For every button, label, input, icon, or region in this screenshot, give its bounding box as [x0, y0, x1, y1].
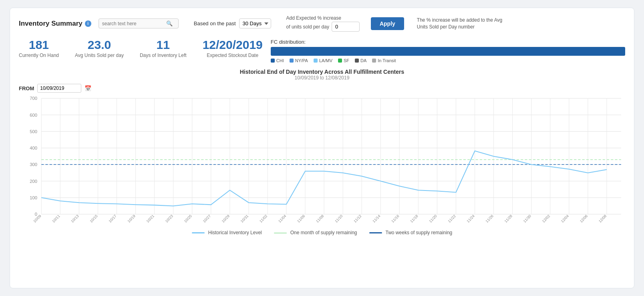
metric-days-left: 11 Days of Inventory Left: [140, 39, 187, 58]
svg-text:10/23: 10/23: [165, 214, 174, 224]
stockout-date-label: Expected Stockout Date: [207, 53, 258, 58]
lamv-dot: [314, 59, 318, 63]
nypa-label: NY/PA: [295, 58, 308, 63]
header-row: Inventory Summary i 🔍 Based on the past …: [19, 15, 625, 32]
svg-text:700: 700: [30, 96, 37, 101]
intransit-dot: [372, 59, 376, 63]
svg-text:11/22: 11/22: [447, 214, 457, 224]
svg-text:10/25: 10/25: [183, 214, 193, 224]
intransit-label: In Transit: [378, 58, 396, 63]
svg-text:12/04: 12/04: [560, 214, 570, 224]
days-left-value: 11: [157, 39, 170, 51]
fc-legend: CHI NY/PA LA/MV SF DA: [271, 58, 625, 63]
svg-text:100: 100: [30, 195, 37, 200]
svg-text:11/14: 11/14: [372, 214, 381, 224]
svg-text:10/27: 10/27: [202, 214, 211, 224]
nypa-dot: [290, 59, 294, 63]
chart-title: Historical End of Day Inventory Across A…: [19, 69, 625, 75]
from-label: FROM: [19, 85, 34, 91]
svg-text:12/02: 12/02: [541, 214, 551, 224]
svg-text:12/06: 12/06: [579, 214, 588, 224]
info-icon[interactable]: i: [85, 20, 91, 27]
svg-text:11/26: 11/26: [485, 214, 494, 224]
metric-avg-units: 23.0 Avg Units Sold per day: [75, 39, 124, 58]
svg-text:11/16: 11/16: [390, 214, 400, 224]
from-date-input[interactable]: [37, 84, 81, 93]
stockout-date-value: 12/20/2019: [203, 39, 263, 51]
legend-da: DA: [355, 58, 366, 63]
svg-text:10/29: 10/29: [221, 214, 230, 224]
one-month-label: One month of supply remaining: [290, 230, 357, 235]
avg-units-label: Avg Units Sold per day: [75, 53, 124, 58]
legend-two-weeks: Two weeks of supply remaining: [369, 230, 453, 235]
svg-text:10/15: 10/15: [89, 214, 99, 224]
svg-text:10/21: 10/21: [146, 214, 155, 224]
metric-on-hand: 181 Currently On Hand: [19, 39, 59, 58]
svg-text:11/10: 11/10: [334, 214, 343, 224]
calendar-icon[interactable]: 📅: [85, 85, 91, 91]
svg-text:10/11: 10/11: [51, 214, 60, 224]
svg-text:11/04: 11/04: [278, 214, 287, 224]
legend-one-month: One month of supply remaining: [274, 230, 357, 235]
chart-controls: FROM 📅: [19, 84, 625, 93]
metrics-row: 181 Currently On Hand 23.0 Avg Units Sol…: [19, 39, 263, 58]
inventory-summary-card: Inventory Summary i 🔍 Based on the past …: [10, 8, 634, 288]
chart-svg: .grid-line { stroke: #e0e0e0; stroke-wid…: [19, 94, 625, 227]
two-weeks-line-icon: [369, 232, 382, 233]
svg-text:11/08: 11/08: [315, 214, 324, 224]
fc-distribution-label: FC distribution:: [271, 39, 625, 45]
percent-input[interactable]: [332, 22, 360, 32]
chi-label: CHI: [276, 58, 284, 63]
svg-text:11/24: 11/24: [466, 214, 475, 224]
da-label: DA: [360, 58, 366, 63]
svg-text:11/06: 11/06: [296, 214, 306, 224]
chi-dot: [271, 59, 275, 63]
legend-lamv: LA/MV: [314, 58, 332, 63]
legend-nypa: NY/PA: [290, 58, 308, 63]
metric-stockout-date: 12/20/2019 Expected Stockout Date: [203, 39, 263, 58]
search-box: 🔍: [99, 18, 179, 28]
search-icon: 🔍: [166, 20, 173, 26]
chart-legend: Historical Inventory Level One month of …: [19, 230, 625, 235]
historical-label: Historical Inventory Level: [208, 230, 262, 235]
apply-button[interactable]: Apply: [371, 17, 404, 30]
based-on-section: Based on the past 30 Days 60 Days 90 Day…: [194, 18, 271, 28]
sf-dot: [338, 59, 342, 63]
svg-text:10/19: 10/19: [127, 214, 136, 224]
da-dot: [355, 59, 359, 63]
legend-chi: CHI: [271, 58, 284, 63]
title-text: Inventory Summary: [19, 20, 83, 28]
add-expected-label1: Add Expected % increase: [286, 15, 341, 21]
svg-text:10/17: 10/17: [108, 214, 117, 224]
chart-subtitle: 10/09/2019 to 12/08/2019: [19, 75, 625, 81]
svg-text:200: 200: [30, 179, 37, 184]
svg-text:12/08: 12/08: [598, 214, 607, 224]
fc-distribution-section: FC distribution: CHI NY/PA LA/MV SF: [271, 39, 625, 63]
days-dropdown[interactable]: 30 Days 60 Days 90 Days: [239, 18, 271, 28]
svg-text:600: 600: [30, 113, 37, 118]
svg-text:500: 500: [30, 129, 37, 134]
chart-area: .grid-line { stroke: #e0e0e0; stroke-wid…: [19, 94, 625, 227]
svg-text:10/31: 10/31: [240, 214, 249, 224]
add-expected-label2: of units sold per day: [286, 24, 329, 30]
svg-text:400: 400: [30, 146, 37, 150]
lamv-label: LA/MV: [319, 58, 332, 63]
on-hand-label: Currently On Hand: [19, 53, 59, 58]
legend-sf: SF: [338, 58, 349, 63]
based-on-label: Based on the past: [194, 20, 236, 26]
chart-section: Historical End of Day Inventory Across A…: [19, 69, 625, 235]
two-weeks-label: Two weeks of supply remaining: [386, 230, 453, 235]
search-input[interactable]: [102, 21, 166, 26]
sf-label: SF: [344, 58, 349, 63]
svg-text:11/30: 11/30: [523, 214, 532, 224]
page-title: Inventory Summary i: [19, 20, 91, 28]
days-left-label: Days of Inventory Left: [140, 53, 187, 58]
svg-text:10/13: 10/13: [70, 214, 79, 224]
add-expected-section: Add Expected % increase of units sold pe…: [286, 15, 360, 32]
note-text: The % increase will be added to the Avg …: [417, 17, 505, 30]
svg-text:11/20: 11/20: [429, 214, 438, 224]
fc-bar: [271, 47, 625, 56]
one-month-line-icon: [274, 233, 287, 233]
legend-historical: Historical Inventory Level: [192, 230, 262, 235]
svg-text:10/09: 10/09: [32, 214, 42, 224]
